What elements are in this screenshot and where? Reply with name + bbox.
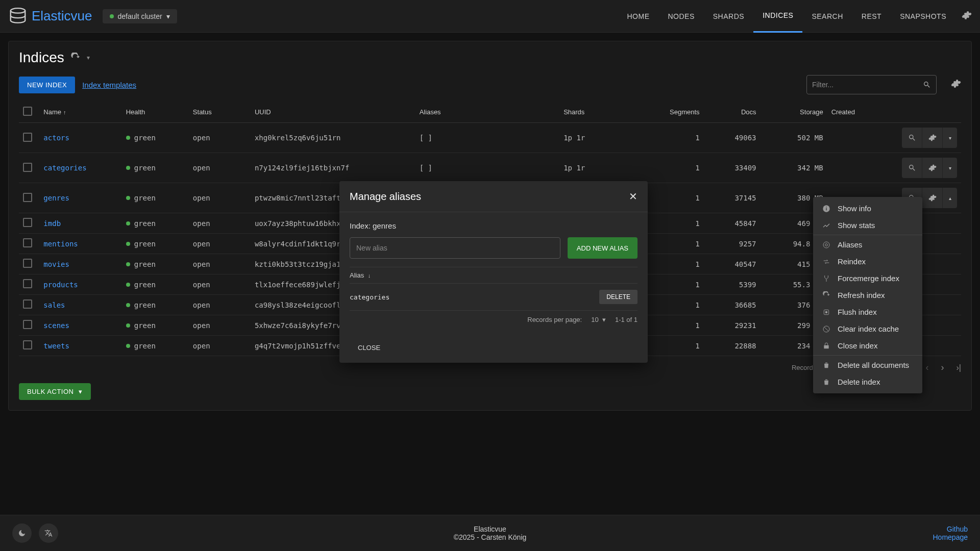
col-storage[interactable]: Storage [761,102,827,123]
select-all-checkbox[interactable] [23,107,32,116]
menu-show-stats[interactable]: Show stats [813,217,922,234]
nav-indices[interactable]: INDICES [753,0,802,33]
cluster-selector[interactable]: default cluster ▾ [103,9,177,23]
row-checkbox[interactable] [23,279,32,288]
col-segments[interactable]: Segments [631,102,703,123]
github-link[interactable]: Github [933,525,968,533]
col-status[interactable]: Status [189,102,251,123]
menu-delete-index[interactable]: Delete index [813,373,922,390]
filter-box[interactable] [806,75,937,94]
menu-reindex[interactable]: Reindex [813,253,922,270]
theme-toggle[interactable] [12,523,32,543]
nav-home[interactable]: HOME [618,0,658,33]
nav-nodes[interactable]: NODES [658,0,703,33]
row-menu-button[interactable]: ▾ [943,158,957,178]
col-docs[interactable]: Docs [704,102,761,123]
modal-close-button[interactable]: CLOSE [350,340,388,356]
prev-page[interactable]: ‹ [926,362,929,373]
row-menu-button[interactable]: ▴ [943,188,957,208]
index-name-link[interactable]: sales [43,301,65,309]
nav-search[interactable]: SEARCH [802,0,852,33]
table-settings-button[interactable] [951,79,961,91]
row-menu-button[interactable]: ▾ [943,128,957,148]
index-name-link[interactable]: products [43,281,78,289]
row-checkbox[interactable] [23,238,32,247]
row-checkbox[interactable] [23,340,32,349]
new-alias-input[interactable] [350,237,560,259]
nav-snapshots[interactable]: SNAPSHOTS [891,0,955,33]
language-toggle[interactable] [39,523,58,543]
next-page[interactable]: › [941,362,944,373]
row-settings-button[interactable] [922,188,943,208]
shards-text: 1p 1r [559,123,631,153]
alias-name: categories [350,293,389,301]
table-row: actorsgreenopenxhg0krel5zq6v6ju51rn[ ]1p… [19,123,961,153]
status-text: open [189,274,251,295]
main-nav: HOME NODES SHARDS INDICES SEARCH REST SN… [618,0,972,33]
row-checkbox[interactable] [23,299,32,309]
docs-text: 37145 [704,183,761,213]
alias-col-header[interactable]: Alias ↓ [350,267,638,284]
menu-delete-docs[interactable]: Delete all documents [813,357,922,373]
modal-rpp-select[interactable]: 10 ▾ [591,316,606,323]
row-search-button[interactable] [902,158,922,178]
index-name-link[interactable]: mentions [43,240,78,248]
reload-menu-button[interactable]: ▾ [87,54,90,61]
menu-close-index[interactable]: Close index [813,337,922,354]
delete-alias-button[interactable]: DELETE [599,290,638,304]
at-icon [822,241,830,249]
index-name-link[interactable]: genres [43,194,69,202]
chevron-icon: ▾ [949,165,951,171]
new-index-button[interactable]: NEW INDEX [19,77,75,93]
col-health[interactable]: Health [122,102,189,123]
index-name-link[interactable]: movies [43,260,69,268]
add-alias-button[interactable]: ADD NEW ALIAS [568,237,638,259]
row-checkbox[interactable] [23,218,32,227]
index-name-link[interactable]: actors [43,134,69,142]
index-templates-link[interactable]: Index templates [82,81,136,89]
lock-icon [822,342,830,350]
reload-button[interactable] [70,53,81,63]
logo[interactable]: Elasticvue [8,7,92,26]
col-uuid[interactable]: UUID [251,102,415,123]
homepage-link[interactable]: Homepage [933,533,968,541]
menu-refresh[interactable]: Refresh index [813,287,922,304]
menu-flush[interactable]: Flush index [813,304,922,320]
health-text: green [134,164,156,172]
row-checkbox[interactable] [23,320,32,329]
nav-shards[interactable]: SHARDS [704,0,753,33]
index-name-link[interactable]: tweets [43,342,69,350]
menu-show-info[interactable]: Show info [813,200,922,217]
index-name-link[interactable]: imdb [43,219,61,228]
row-checkbox[interactable] [23,193,32,202]
filter-input[interactable] [812,81,923,89]
search-icon [908,134,916,142]
nav-rest[interactable]: REST [852,0,891,33]
menu-aliases[interactable]: Aliases [813,236,922,253]
search-icon [923,81,931,89]
row-checkbox[interactable] [23,163,32,172]
col-shards[interactable]: Shards [559,102,631,123]
index-name-link[interactable]: categories [43,164,86,172]
col-created[interactable]: Created [827,102,889,123]
delete-icon [822,378,830,386]
col-aliases[interactable]: Aliases [415,102,559,123]
last-page[interactable]: ›| [957,363,961,372]
bulk-action-button[interactable]: BULK ACTION▾ [19,383,91,400]
row-settings-button[interactable] [922,128,943,148]
close-icon[interactable]: ✕ [629,190,638,203]
row-checkbox[interactable] [23,133,32,142]
gear-icon [928,134,937,142]
stats-icon [822,221,830,230]
chevron-down-icon: ▾ [166,12,170,20]
col-name[interactable]: Name [43,108,61,116]
settings-button[interactable] [962,10,972,22]
row-settings-button[interactable] [922,158,943,178]
row-checkbox[interactable] [23,259,32,268]
row-search-button[interactable] [902,128,922,148]
table-row: categoriesgreenopenn7y124zl9fiej16tbjxn7… [19,153,961,183]
menu-forcemerge[interactable]: Forcemerge index [813,270,922,287]
index-name-link[interactable]: scenes [43,321,69,330]
menu-clear-cache[interactable]: Clear index cache [813,320,922,337]
docs-text: 40547 [704,254,761,274]
